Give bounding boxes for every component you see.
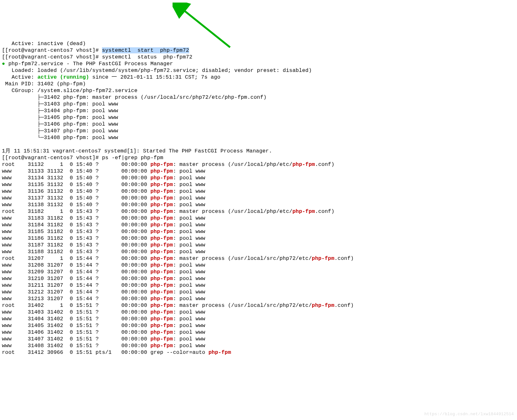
ps-row: www 31212 31207 0 15:44 ? 00:00:00 php-f…	[2, 289, 205, 295]
main-pid: Main PID: 31402 (php-fpm)	[2, 81, 86, 87]
ps-row: root 31412 30966 0 15:51 pts/1 00:00:00 …	[2, 349, 231, 355]
active-running: active (running)	[37, 74, 89, 80]
ps-row: www 31211 31207 0 15:44 ? 00:00:00 php-f…	[2, 282, 205, 288]
service-header: php-fpm72.service - The PHP FastCGI Proc…	[5, 61, 173, 67]
cgroup-proc: ├─31402 php-fpm: master process (/usr/lo…	[2, 94, 266, 100]
ps-row: www 31187 31182 0 15:43 ? 00:00:00 php-f…	[2, 242, 205, 248]
ps-row: www 31138 31132 0 15:40 ? 00:00:00 php-f…	[2, 202, 205, 208]
ps-row: www 31136 31132 0 15:40 ? 00:00:00 php-f…	[2, 188, 205, 194]
ps-row: www 31403 31402 0 15:51 ? 00:00:00 php-f…	[2, 309, 205, 315]
ps-row: root 31402 1 0 15:51 ? 00:00:00 php-fpm:…	[2, 302, 354, 308]
highlighted-command: systemctl start php-fpm72	[102, 47, 189, 53]
active-label: Active:	[2, 74, 37, 80]
cgroup-proc: ├─31407 php-fpm: pool www	[2, 128, 118, 134]
ps-row: www 31183 31182 0 15:43 ? 00:00:00 php-f…	[2, 215, 205, 221]
shell-prompt: [[root@vagrant-centos7 vhost]#	[2, 155, 102, 161]
status-line: Active: inactive (dead)	[2, 41, 86, 47]
ps-row: www 31213 31207 0 15:44 ? 00:00:00 php-f…	[2, 296, 205, 302]
cgroup-proc: ├─31403 php-fpm: pool www	[2, 101, 118, 107]
journal-line: 1月 11 15:51:31 vagrant-centos7 systemd[1…	[2, 148, 272, 154]
ps-row: www 31404 31402 0 15:51 ? 00:00:00 php-f…	[2, 316, 205, 322]
shell-prompt: [[root@vagrant-centos7 vhost]#	[2, 54, 102, 60]
watermark-text: https://blog.csdn.net/lxw1844912514	[424, 411, 514, 417]
ps-output: root 31132 1 0 15:40 ? 00:00:00 php-fpm:…	[2, 161, 354, 355]
active-since: since 一 2021-01-11 15:51:31 CST; 7s ago	[89, 74, 220, 80]
ps-row: www 31406 31402 0 15:51 ? 00:00:00 php-f…	[2, 329, 205, 335]
ps-row: www 31184 31182 0 15:43 ? 00:00:00 php-f…	[2, 222, 205, 228]
cgroup-proc: ├─31404 php-fpm: pool www	[2, 108, 118, 114]
ps-row: root 31207 1 0 15:44 ? 00:00:00 php-fpm:…	[2, 255, 354, 261]
ps-row: www 31407 31402 0 15:51 ? 00:00:00 php-f…	[2, 336, 205, 342]
ps-row: www 31185 31182 0 15:43 ? 00:00:00 php-f…	[2, 229, 205, 235]
ps-row: www 31209 31207 0 15:44 ? 00:00:00 php-f…	[2, 269, 205, 275]
ps-row: www 31186 31182 0 15:43 ? 00:00:00 php-f…	[2, 235, 205, 241]
command-text: systemctl status php-fpm72	[102, 54, 192, 60]
ps-row: www 31408 31402 0 15:51 ? 00:00:00 php-f…	[2, 343, 205, 349]
ps-row: www 31208 31207 0 15:44 ? 00:00:00 php-f…	[2, 262, 205, 268]
ps-row: www 31137 31132 0 15:40 ? 00:00:00 php-f…	[2, 195, 205, 201]
ps-row: root 31182 1 0 15:43 ? 00:00:00 php-fpm:…	[2, 208, 335, 214]
terminal-output[interactable]: Active: inactive (dead) [[root@vagrant-c…	[0, 34, 517, 358]
cgroup-proc: ├─31405 php-fpm: pool www	[2, 114, 118, 121]
cgroup-header: CGroup: /system.slice/php-fpm72.service	[2, 88, 137, 94]
ps-row: www 31135 31132 0 15:40 ? 00:00:00 php-f…	[2, 182, 205, 188]
active-dot-icon: ●	[2, 61, 5, 67]
command-text: ps -ef|grep php-fpm	[102, 155, 163, 161]
ps-row: root 31132 1 0 15:40 ? 00:00:00 php-fpm:…	[2, 161, 335, 167]
ps-row: www 31188 31182 0 15:43 ? 00:00:00 php-f…	[2, 249, 205, 255]
ps-row: www 31134 31132 0 15:40 ? 00:00:00 php-f…	[2, 175, 205, 181]
ps-row: www 31405 31402 0 15:51 ? 00:00:00 php-f…	[2, 323, 205, 329]
shell-prompt: [[root@vagrant-centos7 vhost]#	[2, 47, 102, 53]
ps-row: www 31133 31132 0 15:40 ? 00:00:00 php-f…	[2, 168, 205, 174]
ps-row: www 31210 31207 0 15:44 ? 00:00:00 php-f…	[2, 276, 205, 282]
cgroup-proc: └─31408 php-fpm: pool www	[2, 135, 118, 141]
loaded-line: Loaded: loaded (/usr/lib/systemd/system/…	[2, 67, 312, 74]
cgroup-proc: ├─31406 php-fpm: pool www	[2, 121, 118, 127]
